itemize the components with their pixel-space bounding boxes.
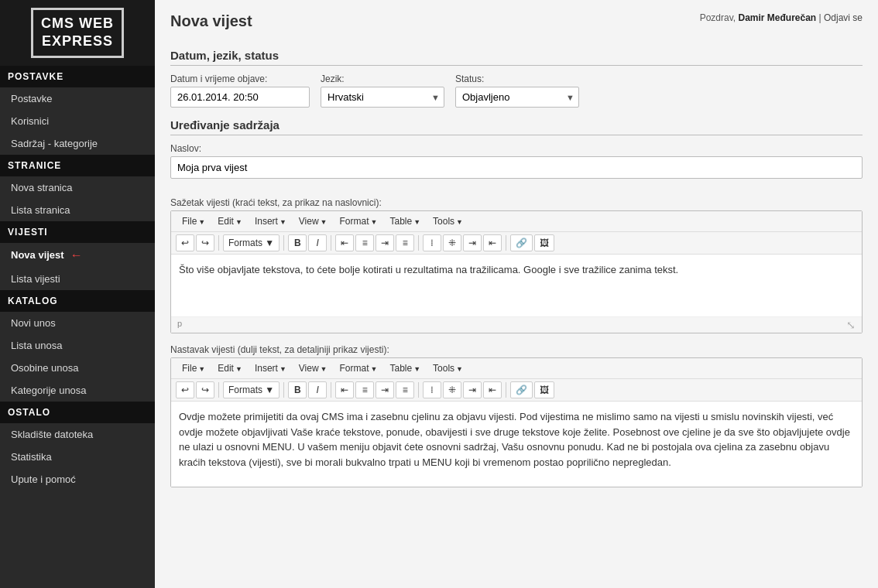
full-image-button[interactable]: 🖼 [534,381,554,398]
align-justify-button[interactable]: ≡ [396,234,414,251]
full-menu-table[interactable]: Table▼ [383,361,427,376]
align-center-button[interactable]: ≡ [355,234,374,251]
full-content-area[interactable]: Ovdje možete primijetiti da ovaj CMS ima… [171,402,862,487]
link-button[interactable]: 🔗 [510,234,533,251]
sidebar-item-korisnici[interactable]: Korisnici [0,110,155,132]
full-align-left-button[interactable]: ⇤ [335,381,354,398]
full-menu-view[interactable]: View▼ [293,361,334,376]
summary-menubar: File▼ Edit▼ Insert▼ View▼ Format▼ Table▼… [171,211,862,232]
main-content: Nova vijest Pozdrav, Damir Međurečan | O… [155,0,878,588]
sidebar-item-nova-vijest[interactable]: Nova vijest ← [0,243,155,268]
date-group: Datum i vrijeme objave: [170,74,310,108]
full-menu-format[interactable]: Format▼ [334,361,384,376]
summary-toolbar: ↩ ↪ Formats ▼ B I ⇤ ≡ ⇥ ≡ ⁞ ⁜ ⇥ ⇤ 🔗 🖼 [171,232,862,255]
image-button[interactable]: 🖼 [534,234,554,251]
full-menu-edit[interactable]: Edit▼ [211,361,249,376]
unordered-list-button[interactable]: ⁞ [423,234,441,251]
ordered-list-button[interactable]: ⁜ [443,234,461,251]
sidebar-item-upute[interactable]: Upute i pomoć [0,468,155,491]
full-align-justify-button[interactable]: ≡ [396,381,414,398]
summary-menu-table[interactable]: Table▼ [383,214,427,229]
status-select[interactable]: Objavljeno [455,87,579,108]
indent-button[interactable]: ⇥ [463,234,482,251]
section-header-vijesti: VIJESTI [0,221,155,243]
formats-dropdown[interactable]: Formats ▼ [223,234,280,251]
full-format-caret-icon: ▼ [371,365,378,373]
logo: CMS WEB EXPRESS [0,0,155,66]
full-indent-button[interactable]: ⇥ [463,381,482,398]
full-align-center-button[interactable]: ≡ [355,381,374,398]
lang-select[interactable]: Hrvatski [321,87,444,108]
summary-statusbar: p ⤡ [171,316,862,333]
full-redo-button[interactable]: ↪ [196,381,214,398]
logout-link[interactable]: Odjavi se [824,12,863,23]
greeting-text: Pozdrav, [700,12,739,23]
summary-menu-file[interactable]: File▼ [176,214,211,229]
summary-content-area[interactable]: Što više objavljate tekstova, to ćete bo… [171,255,862,316]
undo-button[interactable]: ↩ [176,234,194,251]
table-caret-icon: ▼ [413,218,420,226]
summary-menu-edit[interactable]: Edit▼ [211,214,249,229]
outdent-button[interactable]: ⇤ [483,234,502,251]
full-menu-insert[interactable]: Insert▼ [249,361,293,376]
full-toolbar-separator-3 [331,382,331,398]
summary-menu-insert[interactable]: Insert▼ [249,214,293,229]
section-header-stranice: STRANICE [0,155,155,176]
summary-label: Sažetak vijesti (kraći tekst, za prikaz … [170,197,863,208]
full-menubar: File▼ Edit▼ Insert▼ View▼ Format▼ Table▼… [171,358,862,379]
sidebar-item-lista-vijesti[interactable]: Lista vijesti [0,268,155,290]
full-file-caret-icon: ▼ [198,365,205,373]
full-toolbar-separator-2 [283,382,284,398]
sidebar: CMS WEB EXPRESS POSTAVKE Postavke Korisn… [0,0,155,588]
bold-button[interactable]: B [288,234,307,251]
full-italic-button[interactable]: I [308,381,327,398]
full-ul-button[interactable]: ⁞ [423,381,441,398]
full-menu-file[interactable]: File▼ [176,361,211,376]
italic-button[interactable]: I [308,234,327,251]
logo-line1: CMS WEB [41,15,114,31]
align-left-button[interactable]: ⇤ [335,234,354,251]
section-header-postavke: POSTAVKE [0,66,155,87]
sidebar-item-skladiste[interactable]: Skladište datoteka [0,423,155,446]
active-arrow-icon: ← [70,248,83,262]
summary-block: Sažetak vijesti (kraći tekst, za prikaz … [170,197,863,333]
full-formats-dropdown[interactable]: Formats ▼ [223,381,280,398]
date-row: Datum i vrijeme objave: Jezik: Hrvatski … [170,74,863,108]
file-caret-icon: ▼ [198,218,205,226]
summary-menu-tools[interactable]: Tools▼ [427,214,469,229]
full-tools-caret-icon: ▼ [456,365,463,373]
sidebar-item-lista-stranica[interactable]: Lista stranica [0,199,155,221]
section-header-ostalo: OSTALO [0,402,155,423]
topbar: Pozdrav, Damir Međurečan | Odjavi se [700,12,863,23]
sidebar-item-novi-unos[interactable]: Novi unos [0,312,155,334]
full-toolbar-separator-4 [418,382,419,398]
summary-menu-view[interactable]: View▼ [293,214,334,229]
page-title: Nova vijest [170,12,252,30]
logo-line2: EXPRESS [42,33,113,49]
align-right-button[interactable]: ⇥ [376,234,394,251]
full-menu-tools[interactable]: Tools▼ [427,361,469,376]
date-input[interactable] [170,87,310,108]
sidebar-item-postavke[interactable]: Postavke [0,87,155,110]
username-text: Damir Međurečan [738,12,816,23]
redo-button[interactable]: ↪ [196,234,214,251]
title-input[interactable] [170,156,863,179]
lang-label: Jezik: [321,74,444,84]
full-undo-button[interactable]: ↩ [176,381,194,398]
sidebar-item-kategorije-unosa[interactable]: Kategorije unosa [0,379,155,402]
sidebar-item-sadrzaj-kategorije[interactable]: Sadržaj - kategorije [0,132,155,155]
resize-handle-icon: ⤡ [846,319,856,331]
sidebar-item-osobine-unosa[interactable]: Osobine unosa [0,357,155,379]
format-caret-icon: ▼ [371,218,378,226]
sidebar-item-nova-stranica[interactable]: Nova stranica [0,176,155,199]
full-bold-button[interactable]: B [288,381,307,398]
status-label: Status: [455,74,579,84]
sidebar-item-statistika[interactable]: Statistika [0,446,155,468]
full-align-right-button[interactable]: ⇥ [376,381,394,398]
sidebar-item-lista-unosa[interactable]: Lista unosa [0,334,155,357]
full-label: Nastavak vijesti (dulji tekst, za detalj… [170,344,863,355]
summary-menu-format[interactable]: Format▼ [334,214,384,229]
full-outdent-button[interactable]: ⇤ [483,381,502,398]
full-link-button[interactable]: 🔗 [510,381,533,398]
full-ol-button[interactable]: ⁜ [443,381,461,398]
